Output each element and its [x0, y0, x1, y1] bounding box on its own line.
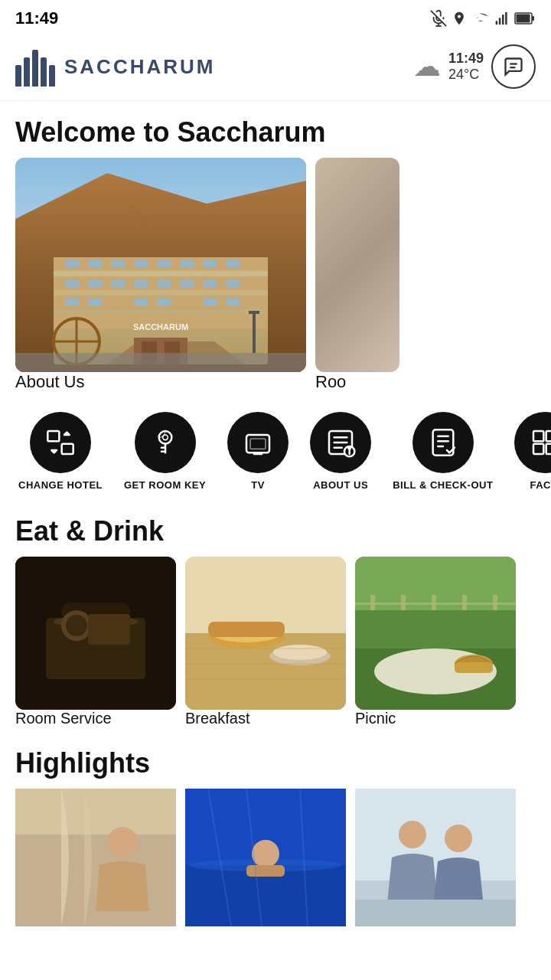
svg-rect-24 — [134, 260, 148, 268]
change-hotel-circle — [30, 412, 91, 473]
status-bar: 11:49 — [0, 0, 551, 37]
action-get-room-key[interactable]: GET ROOM KEY — [113, 412, 217, 491]
svg-rect-91 — [208, 622, 285, 637]
svg-rect-42 — [226, 299, 240, 306]
about-us-action-label: ABOUT US — [313, 479, 368, 491]
chat-icon — [503, 56, 524, 77]
change-hotel-label: CHANGE HOTEL — [18, 479, 103, 491]
change-hotel-icon — [45, 427, 76, 458]
highlight-1-illustration — [15, 789, 176, 926]
svg-rect-124 — [355, 900, 516, 926]
about-us-card[interactable]: SACCHARUM About Us — [15, 158, 306, 392]
wifi-icon — [471, 10, 490, 27]
svg-rect-26 — [180, 260, 194, 268]
weather-time: 11:49 — [448, 51, 484, 67]
rooms-card[interactable]: Roo — [315, 158, 399, 392]
highlight-3-illustration — [355, 789, 516, 926]
svg-rect-35 — [203, 279, 217, 287]
svg-rect-23 — [111, 260, 125, 268]
svg-rect-107 — [455, 662, 493, 673]
quick-actions-bar: CHANGE HOTEL GET ROOM KEY — [0, 400, 551, 503]
highlight-image-2 — [185, 789, 346, 926]
rooms-label: Roo — [315, 366, 346, 391]
about-us-image: SACCHARUM — [15, 158, 306, 372]
svg-point-123 — [445, 825, 472, 852]
breakfast-card[interactable]: Breakfast — [185, 557, 346, 727]
svg-rect-53 — [249, 311, 259, 314]
svg-rect-41 — [203, 299, 217, 306]
highlight-card-1[interactable] — [15, 789, 176, 926]
logo-icon — [15, 47, 55, 87]
highlight-card-2[interactable] — [185, 789, 346, 926]
hotel-illustration: SACCHARUM — [15, 158, 306, 372]
svg-rect-108 — [355, 557, 516, 610]
action-facilities[interactable]: FAC... — [504, 412, 551, 491]
picnic-image — [355, 557, 516, 710]
svg-rect-116 — [246, 865, 285, 877]
svg-rect-22 — [88, 260, 102, 268]
get-room-key-icon — [150, 427, 181, 458]
eat-drink-grid: Room Service Breakfast — [0, 557, 551, 735]
picnic-card[interactable]: Picnic — [355, 557, 516, 727]
svg-rect-28 — [226, 260, 240, 268]
header: SACCHARUM ☁ 11:49 24°C — [0, 37, 551, 101]
svg-rect-38 — [88, 299, 102, 306]
svg-rect-33 — [157, 279, 171, 287]
svg-rect-37 — [65, 299, 79, 306]
bill-checkout-circle — [412, 412, 474, 473]
facilities-icon — [530, 427, 551, 458]
action-about-us[interactable]: ABOUT US — [299, 412, 382, 491]
chat-button[interactable] — [491, 44, 536, 89]
tv-icon — [243, 427, 273, 458]
weather-info: 11:49 24°C — [448, 51, 484, 83]
room-service-illustration — [15, 557, 176, 710]
svg-rect-64 — [250, 439, 266, 449]
welcome-title: Welcome to Saccharum — [0, 101, 551, 158]
tv-label: TV — [251, 479, 265, 491]
eat-drink-title: Eat & Drink — [0, 503, 551, 557]
svg-rect-55 — [62, 444, 73, 454]
svg-rect-36 — [226, 279, 240, 287]
svg-point-71 — [348, 446, 350, 449]
weather-block: ☁ 11:49 24°C — [413, 44, 536, 89]
svg-point-111 — [107, 827, 138, 858]
svg-rect-27 — [203, 260, 217, 268]
picnic-illustration — [355, 557, 516, 710]
logo-text: SACCHARUM — [64, 55, 215, 79]
status-icons — [430, 10, 536, 27]
svg-rect-25 — [157, 260, 171, 268]
action-change-hotel[interactable]: CHANGE HOTEL — [8, 412, 113, 491]
action-tv[interactable]: TV — [217, 412, 299, 491]
svg-rect-6 — [505, 12, 507, 25]
about-us-icon — [325, 427, 356, 458]
svg-point-93 — [273, 645, 327, 660]
hotel-cards-scroll: SACCHARUM About Us Roo — [0, 158, 551, 400]
status-time: 11:49 — [15, 8, 58, 28]
svg-point-115 — [252, 840, 279, 867]
get-room-key-label: GET ROOM KEY — [124, 479, 206, 491]
svg-rect-29 — [65, 279, 79, 287]
svg-rect-76 — [533, 431, 543, 441]
breakfast-illustration — [185, 557, 346, 710]
highlight-card-3[interactable] — [355, 789, 516, 926]
highlight-2-illustration — [185, 789, 346, 926]
about-us-circle — [310, 412, 371, 473]
svg-rect-54 — [47, 431, 59, 441]
action-bill-checkout[interactable]: BILL & CHECK-OUT — [382, 412, 504, 491]
weather-temp: 24°C — [448, 67, 479, 83]
svg-rect-32 — [134, 279, 148, 287]
svg-rect-51 — [15, 353, 306, 372]
facilities-circle — [514, 412, 551, 473]
highlights-grid — [0, 789, 551, 942]
svg-rect-21 — [65, 260, 79, 268]
tv-circle — [227, 412, 289, 473]
svg-rect-3 — [496, 21, 498, 24]
room-service-card[interactable]: Room Service — [15, 557, 176, 727]
bill-checkout-icon — [428, 427, 458, 458]
svg-rect-77 — [546, 431, 551, 441]
svg-rect-8 — [532, 16, 534, 21]
svg-rect-5 — [502, 15, 504, 24]
svg-point-122 — [399, 821, 426, 848]
svg-rect-110 — [15, 835, 176, 926]
svg-rect-30 — [88, 279, 102, 287]
